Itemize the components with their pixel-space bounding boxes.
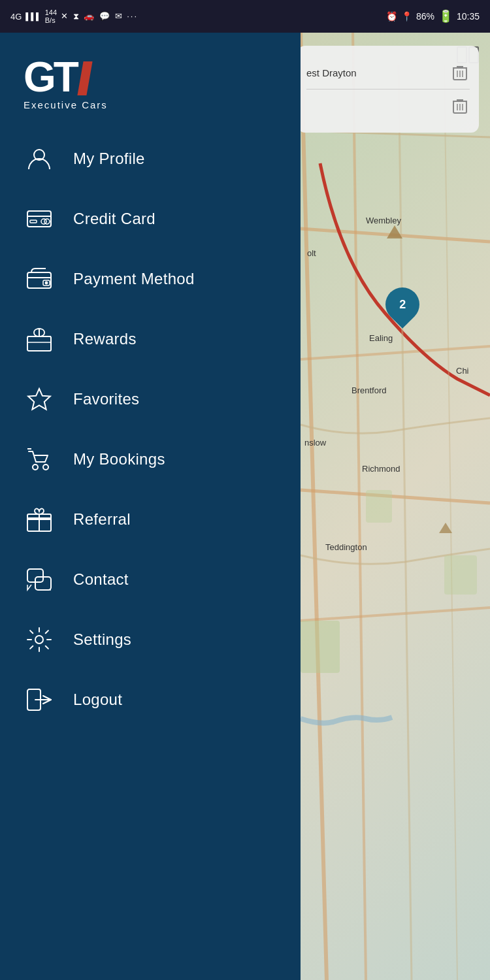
battery-icon: 🔋: [438, 9, 453, 24]
sidebar-item-my-bookings-label: My Bookings: [73, 450, 165, 468]
status-bar: 4G ▌▌▌ 144B/s ✕ ⧗ 🚗 💬 ✉ ··· ⏰ 📍 86% 🔋 10…: [0, 0, 490, 33]
map-label-chi: Chi: [456, 366, 469, 376]
map-label-nslow: nslow: [304, 438, 326, 448]
svg-marker-37: [28, 389, 50, 410]
svg-rect-10: [366, 490, 392, 523]
chat-icon: [24, 564, 55, 595]
svg-rect-35: [27, 336, 51, 351]
nav-items: My Profile Credit Card: [0, 129, 301, 967]
sidebar: G T Executive Cars My Profile: [0, 33, 301, 980]
map-label-brentford: Brentford: [351, 385, 386, 395]
sidebar-item-payment-method-label: Payment Method: [73, 270, 195, 288]
logo-letter-t: T: [54, 56, 79, 98]
delete-location-1-btn[interactable]: [450, 63, 470, 82]
svg-point-34: [46, 282, 48, 284]
sidebar-item-referral-label: Referral: [73, 510, 131, 529]
logo-accent-slash: [77, 61, 92, 95]
map-label-olt: olt: [307, 248, 316, 258]
sidebar-item-logout-label: Logout: [73, 691, 122, 709]
sidebar-item-contact-label: Contact: [73, 570, 129, 589]
svg-rect-29: [30, 220, 37, 223]
profile-icon: [24, 143, 55, 174]
svg-point-39: [43, 465, 48, 470]
sidebar-item-my-bookings[interactable]: My Bookings: [13, 429, 287, 489]
data-speed: 144B/s: [45, 8, 57, 24]
sidebar-item-my-profile-label: My Profile: [73, 150, 145, 168]
sidebar-item-my-profile[interactable]: My Profile: [13, 129, 287, 189]
svg-point-38: [33, 465, 38, 470]
credit-card-icon: [24, 203, 55, 235]
svg-rect-9: [301, 621, 340, 673]
wallet-icon: [24, 263, 55, 295]
svg-line-4: [301, 490, 490, 503]
delete-location-2-btn[interactable]: [450, 96, 470, 116]
map-label-ealing: Ealing: [369, 333, 393, 343]
sidebar-item-logout[interactable]: Logout: [13, 670, 287, 730]
svg-line-7: [399, 65, 412, 980]
network-indicator: 4G: [10, 12, 22, 22]
svg-rect-11: [444, 555, 477, 595]
map-triangle-marker-2: [439, 523, 452, 533]
sidebar-item-settings[interactable]: Settings: [13, 610, 287, 670]
svg-line-5: [301, 608, 490, 621]
logo-subtitle: Executive Cars: [24, 99, 108, 110]
sidebar-item-settings-label: Settings: [73, 630, 131, 649]
sidebar-item-favorites-label: Favorites: [73, 390, 139, 408]
signal-bars: ▌▌▌: [25, 12, 41, 20]
clock: 10:35: [457, 11, 480, 22]
location-1-text: est Drayton: [306, 67, 450, 78]
logo-letter-g: G: [24, 56, 54, 98]
map-pin-label: 2: [399, 298, 406, 312]
map-triangle-marker: [387, 225, 402, 238]
bookings-icon: [24, 444, 55, 475]
star-icon: [24, 384, 55, 415]
logout-icon: [24, 684, 55, 715]
status-icons: ✕ ⧗ 🚗 💬 ✉ ···: [61, 11, 138, 22]
location-2-text: [306, 101, 450, 112]
sidebar-item-payment-method[interactable]: Payment Method: [13, 249, 287, 309]
sidebar-item-contact[interactable]: Contact: [13, 549, 287, 610]
map-label-teddington: Teddington: [325, 542, 367, 552]
sidebar-item-favorites[interactable]: Favorites: [13, 369, 287, 429]
gift-icon: [24, 504, 55, 535]
sidebar-item-referral[interactable]: Referral: [13, 489, 287, 549]
svg-point-31: [41, 219, 46, 224]
rewards-icon: [24, 323, 55, 355]
map-pin-container: 2: [385, 287, 419, 321]
settings-icon: [24, 624, 55, 655]
alarm-icon: ⏰: [386, 11, 397, 22]
svg-line-3: [301, 346, 490, 359]
location-icon: 📍: [401, 11, 412, 22]
map-label-wembley: Wembley: [366, 216, 401, 225]
sidebar-item-credit-card-label: Credit Card: [73, 210, 155, 228]
svg-point-46: [35, 636, 43, 644]
svg-line-1: [353, 33, 366, 980]
sidebar-item-rewards[interactable]: Rewards: [13, 309, 287, 369]
status-right: ⏰ 📍 86% 🔋 10:35: [386, 9, 480, 24]
battery-percent: 86%: [416, 11, 434, 22]
app-logo: G T Executive Cars: [24, 56, 108, 110]
sidebar-item-credit-card[interactable]: Credit Card: [13, 189, 287, 249]
map-label-richmond: Richmond: [362, 464, 400, 474]
status-left: 4G ▌▌▌ 144B/s ✕ ⧗ 🚗 💬 ✉ ···: [10, 8, 138, 24]
logo-area: G T Executive Cars: [0, 33, 301, 129]
location-card: est Drayton: [297, 46, 479, 133]
sidebar-item-rewards-label: Rewards: [73, 330, 137, 348]
